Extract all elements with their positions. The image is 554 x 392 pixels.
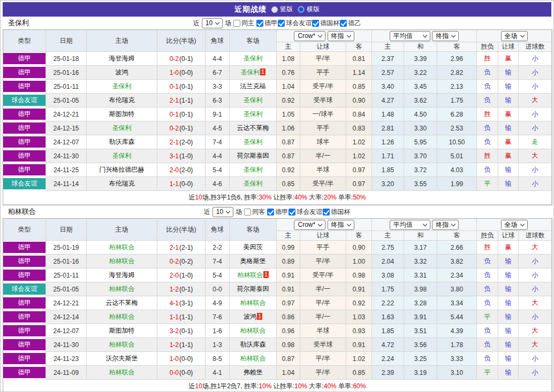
league-filter-checkbox[interactable]: 德甲 — [256, 19, 277, 28]
page: 近期战绩 竖版 横版 圣保利 近 10 场 同主 德甲球会友谊德国杯德乙 — [0, 0, 554, 392]
company-select[interactable]: Crow* — [294, 31, 325, 41]
avg-home-odds: 2.22 — [372, 296, 404, 310]
goals-result-cell: 大 — [519, 338, 552, 352]
goals-result-cell: 大 — [519, 296, 552, 310]
layout-radio-horizontal[interactable]: 横版 — [298, 5, 320, 14]
halftime-score: (0-0) — [179, 69, 193, 76]
away-cell: 圣保利 — [230, 52, 277, 66]
league-cell: 德甲 — [3, 135, 46, 149]
goals-result-cell: 小 — [519, 121, 552, 135]
corners: 6-7 — [206, 66, 230, 80]
col-header-home: 主场 — [87, 219, 157, 241]
league-cell: 德甲 — [3, 255, 46, 268]
away-team: 圣保利 — [244, 166, 263, 173]
goals-result-cell: 大 — [519, 94, 552, 107]
scope-header: 全场 — [477, 30, 552, 42]
crow-home-odds: 0.85 — [277, 177, 300, 191]
home-cell: 布伦瑞克 — [87, 177, 157, 191]
crow-home-odds: 0.92 — [277, 94, 300, 107]
league-cell: 球会友谊 — [3, 177, 46, 191]
score-cell: 2-1(2-1) — [157, 241, 206, 255]
col-header-away: 客场 — [230, 219, 277, 241]
corners: 5-4 — [206, 163, 230, 177]
league-filter-checkbox[interactable]: 球会友谊 — [278, 19, 312, 28]
away-cell: 勒沃库森 — [230, 338, 277, 352]
result-cell: 平 — [477, 310, 498, 324]
score-cell: 0-2(0-1) — [157, 52, 206, 66]
col-header-date: 日期 — [46, 30, 87, 52]
recent-count-select[interactable]: 10 — [202, 18, 223, 28]
crow-handicap-line: 半球 — [300, 163, 346, 177]
sub-header-handicap-result: 让球 — [498, 231, 519, 241]
fulltime-score: 1-0 — [170, 355, 179, 363]
match-date: 25-01-16 — [46, 66, 87, 80]
crow-home-odds: 0.91 — [277, 282, 300, 296]
fulltime-score: 0-0 — [170, 369, 179, 376]
same-venue-checkbox[interactable]: 同主 — [233, 19, 254, 28]
checkbox-icon — [323, 209, 330, 216]
match-date: 24-11-25 — [46, 163, 87, 177]
average-period-select[interactable]: 终指 — [432, 220, 459, 230]
league-filter-checkbox[interactable]: 德甲 — [267, 207, 288, 217]
league-filter-checkbox[interactable]: 德国杯 — [323, 207, 350, 217]
home-team: 柏林联合 — [109, 341, 135, 348]
league-filter-checkbox[interactable]: 德国杯 — [312, 19, 339, 28]
away-cell: 圣保利 — [230, 163, 277, 177]
sub-header-handicap-result: 让球 — [498, 42, 519, 52]
goals-result-cell: 小 — [519, 268, 552, 282]
crow-home-odds: 0.92 — [277, 163, 300, 177]
scope-select-value: 全场 — [505, 32, 518, 41]
same-venue-checkbox[interactable]: 同客 — [244, 207, 265, 217]
crow-away-odds: 0.90 — [346, 241, 372, 255]
halftime-score: (0-1) — [179, 111, 193, 118]
home-team: 斯图加特 — [109, 327, 135, 334]
score-cell: 0-1(0-1) — [157, 107, 206, 121]
summary-segment: 单率: — [337, 382, 353, 390]
average-select[interactable]: 平均值 — [390, 31, 430, 41]
scope-select[interactable]: 全场 — [501, 31, 528, 41]
company-period-select[interactable]: 终指 — [328, 220, 354, 230]
average-select[interactable]: 平均值 — [390, 220, 430, 230]
col-header-away: 客场 — [230, 30, 277, 52]
recent-count-select[interactable]: 10 — [213, 207, 233, 217]
league-filter-checkbox[interactable]: 德乙 — [340, 19, 361, 28]
corners: 4-1 — [206, 366, 230, 380]
match-row: 德甲 24-12-21 云达不莱梅 4-1(3-1) 4-9 柏林联合 0.97… — [3, 296, 552, 310]
summary-segment: 30% — [259, 194, 271, 201]
handicap-result-cell: 输 — [498, 296, 519, 310]
corners: 0-0 — [206, 282, 230, 296]
handicap-result-cell: 输 — [498, 310, 519, 324]
sub-header-result: 胜负 — [477, 231, 498, 241]
match-row: 德甲 24-12-15 圣保利 0-2(0-1) 4-5 云达不莱梅 1.06 … — [3, 121, 552, 135]
crow-home-odds: 1.05 — [277, 107, 300, 121]
handicap-result-cell: 输 — [498, 366, 519, 380]
match-date: 25-01-19 — [46, 241, 87, 255]
avg-away-odds: 2.96 — [437, 52, 477, 66]
red-card-badge: 1 — [263, 271, 269, 278]
home-cell: 柏林联合 — [87, 241, 157, 255]
scope-select[interactable]: 全场 — [501, 220, 528, 230]
crow-away-odds: 0.91 — [346, 282, 372, 296]
away-team: 柏林联合 — [240, 299, 266, 306]
goals-result-cell: 大 — [519, 324, 552, 338]
away-cell: 柏林联合 — [230, 352, 277, 366]
league-badge: 球会友谊 — [3, 178, 45, 189]
goals-result-cell: 走 — [519, 135, 552, 149]
league-badge: 德甲 — [3, 353, 45, 364]
avg-away-odds: 2.66 — [437, 241, 477, 255]
fulltime-score: 1-1 — [170, 180, 179, 188]
layout-radio-vertical[interactable]: 竖版 — [271, 5, 293, 14]
company-select[interactable]: Crow* — [294, 220, 325, 230]
away-team: 奥格斯堡 — [240, 257, 266, 265]
average-period-select[interactable]: 终指 — [432, 31, 459, 41]
halftime-score: (1-1) — [179, 97, 193, 104]
radio-icon — [271, 6, 278, 13]
league-badge: 德甲 — [3, 150, 45, 162]
match-date: 25-01-05 — [46, 94, 87, 107]
company-period-select[interactable]: 终指 — [328, 31, 354, 41]
result-cell: 负 — [477, 255, 498, 268]
goals-result-cell: 小 — [519, 80, 552, 94]
recent-count-value: 10 — [206, 19, 213, 27]
fulltime-score: 3-2 — [170, 327, 179, 335]
league-filter-checkbox[interactable]: 球会友谊 — [289, 207, 322, 217]
